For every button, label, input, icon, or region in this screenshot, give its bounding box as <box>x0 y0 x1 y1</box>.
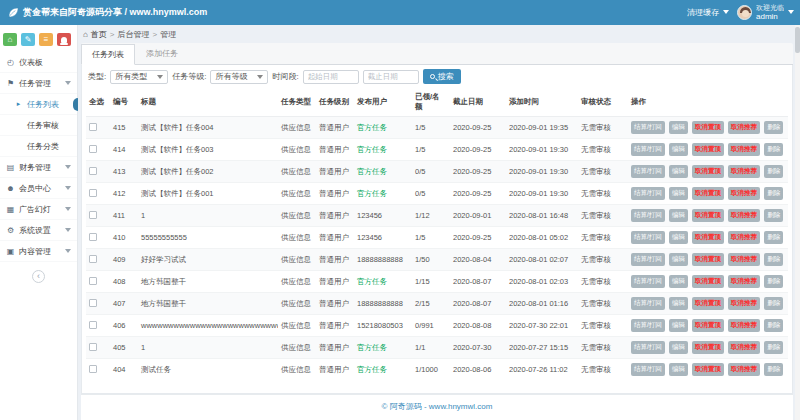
sidebar-item[interactable]: ⚙ 系统设置 <box>0 220 77 241</box>
sidebar-item[interactable]: 任务分类 <box>0 136 77 157</box>
breadcrumb-home[interactable]: 首页 <box>91 29 107 40</box>
delete-button[interactable]: 删除 <box>764 341 783 354</box>
cancel-pin-button[interactable]: 取消置顶 <box>692 209 724 222</box>
footer-link[interactable]: © 阿奇源码 - www.hnymwl.com <box>382 402 493 411</box>
edit-button[interactable]: 编辑 <box>669 253 688 266</box>
brand[interactable]: 赏金帮来自阿奇源码分享 / www.hnymwl.com <box>8 6 207 19</box>
type-select[interactable]: 所有类型 <box>110 70 168 84</box>
cancel-recommend-button[interactable]: 取消推荐 <box>728 275 760 288</box>
settle-reject-button[interactable]: 结算/打回 <box>631 319 665 332</box>
sidebar-collapse-button[interactable]: ‹ <box>32 270 45 283</box>
home-button[interactable]: ⌂ <box>3 33 17 46</box>
settle-reject-button[interactable]: 结算/打回 <box>631 165 665 178</box>
cancel-pin-button[interactable]: 取消置顶 <box>692 121 724 134</box>
settle-reject-button[interactable]: 结算/打回 <box>631 231 665 244</box>
row-checkbox[interactable] <box>89 123 97 131</box>
delete-button[interactable]: 删除 <box>764 165 783 178</box>
settle-reject-button[interactable]: 结算/打回 <box>631 363 665 376</box>
row-checkbox[interactable] <box>89 233 97 241</box>
start-date-input[interactable] <box>303 70 359 84</box>
edit-button[interactable]: 编辑 <box>669 275 688 288</box>
sidebar-item[interactable]: 任务审核 <box>0 115 77 136</box>
sidebar-item[interactable]: ▣ 内容管理 <box>0 241 77 262</box>
cancel-pin-button[interactable]: 取消置顶 <box>692 341 724 354</box>
settle-reject-button[interactable]: 结算/打回 <box>631 341 665 354</box>
scrollbar-track[interactable] <box>795 25 800 420</box>
edit-button[interactable]: ✎ <box>21 33 35 46</box>
row-checkbox[interactable] <box>89 255 97 263</box>
sidebar-item[interactable]: ☻ 会员中心 <box>0 178 77 199</box>
row-checkbox[interactable] <box>89 167 97 175</box>
notifications-button[interactable] <box>57 33 71 46</box>
delete-button[interactable]: 删除 <box>764 253 783 266</box>
edit-button[interactable]: 编辑 <box>669 297 688 310</box>
cancel-recommend-button[interactable]: 取消推荐 <box>728 143 760 156</box>
delete-button[interactable]: 删除 <box>764 297 783 310</box>
row-checkbox[interactable] <box>89 365 97 373</box>
row-checkbox[interactable] <box>89 299 97 307</box>
delete-button[interactable]: 删除 <box>764 143 783 156</box>
delete-button[interactable]: 删除 <box>764 187 783 200</box>
col-select-all[interactable]: 全选 <box>86 88 110 117</box>
delete-button[interactable]: 删除 <box>764 231 783 244</box>
delete-button[interactable]: 删除 <box>764 319 783 332</box>
cancel-recommend-button[interactable]: 取消推荐 <box>728 231 760 244</box>
cancel-recommend-button[interactable]: 取消推荐 <box>728 165 760 178</box>
sidebar-item[interactable]: ◴ 仪表板 <box>0 52 77 73</box>
cancel-recommend-button[interactable]: 取消推荐 <box>728 187 760 200</box>
settle-reject-button[interactable]: 结算/打回 <box>631 297 665 310</box>
cancel-pin-button[interactable]: 取消置顶 <box>692 143 724 156</box>
edit-button[interactable]: 编辑 <box>669 341 688 354</box>
end-date-input[interactable] <box>363 70 419 84</box>
cancel-recommend-button[interactable]: 取消推荐 <box>728 209 760 222</box>
delete-button[interactable]: 删除 <box>764 209 783 222</box>
tab-task-list[interactable]: 任务列表 <box>81 44 135 65</box>
edit-button[interactable]: 编辑 <box>669 231 688 244</box>
breadcrumb-admin[interactable]: 后台管理 <box>118 29 150 40</box>
delete-button[interactable]: 删除 <box>764 275 783 288</box>
edit-button[interactable]: 编辑 <box>669 165 688 178</box>
row-checkbox[interactable] <box>89 277 97 285</box>
edit-button[interactable]: 编辑 <box>669 121 688 134</box>
cancel-pin-button[interactable]: 取消置顶 <box>692 165 724 178</box>
settle-reject-button[interactable]: 结算/打回 <box>631 275 665 288</box>
sidebar-item[interactable]: ▤ 财务管理 <box>0 157 77 178</box>
cancel-recommend-button[interactable]: 取消推荐 <box>728 297 760 310</box>
menu-button[interactable]: ≡ <box>39 33 53 46</box>
cancel-pin-button[interactable]: 取消置顶 <box>692 319 724 332</box>
sidebar-item[interactable]: ▦ 广告幻灯 <box>0 199 77 220</box>
row-checkbox[interactable] <box>89 211 97 219</box>
edit-button[interactable]: 编辑 <box>669 319 688 332</box>
cancel-pin-button[interactable]: 取消置顶 <box>692 231 724 244</box>
delete-button[interactable]: 删除 <box>764 121 783 134</box>
row-checkbox[interactable] <box>89 343 97 351</box>
cancel-recommend-button[interactable]: 取消推荐 <box>728 121 760 134</box>
cancel-pin-button[interactable]: 取消置顶 <box>692 363 724 376</box>
edit-button[interactable]: 编辑 <box>669 363 688 376</box>
edit-button[interactable]: 编辑 <box>669 187 688 200</box>
row-checkbox[interactable] <box>89 321 97 329</box>
cancel-pin-button[interactable]: 取消置顶 <box>692 275 724 288</box>
cancel-recommend-button[interactable]: 取消推荐 <box>728 363 760 376</box>
row-checkbox[interactable] <box>89 145 97 153</box>
clear-cache-menu[interactable]: 清理缓存 <box>687 7 729 18</box>
cancel-pin-button[interactable]: 取消置顶 <box>692 187 724 200</box>
settle-reject-button[interactable]: 结算/打回 <box>631 253 665 266</box>
edit-button[interactable]: 编辑 <box>669 143 688 156</box>
sidebar-item[interactable]: ⚑ 任务管理 <box>0 73 77 94</box>
settle-reject-button[interactable]: 结算/打回 <box>631 187 665 200</box>
user-menu[interactable]: 欢迎光临 admin <box>737 4 794 21</box>
search-button[interactable]: 搜索 <box>423 69 461 84</box>
cancel-pin-button[interactable]: 取消置顶 <box>692 253 724 266</box>
level-select[interactable]: 所有等级 <box>210 70 268 84</box>
row-checkbox[interactable] <box>89 189 97 197</box>
cancel-pin-button[interactable]: 取消置顶 <box>692 297 724 310</box>
cancel-recommend-button[interactable]: 取消推荐 <box>728 253 760 266</box>
settle-reject-button[interactable]: 结算/打回 <box>631 209 665 222</box>
settle-reject-button[interactable]: 结算/打回 <box>631 143 665 156</box>
edit-button[interactable]: 编辑 <box>669 209 688 222</box>
cancel-recommend-button[interactable]: 取消推荐 <box>728 319 760 332</box>
sidebar-item[interactable]: ▸ 任务列表 <box>0 94 77 115</box>
cancel-recommend-button[interactable]: 取消推荐 <box>728 341 760 354</box>
scrollbar-thumb[interactable] <box>795 27 800 53</box>
